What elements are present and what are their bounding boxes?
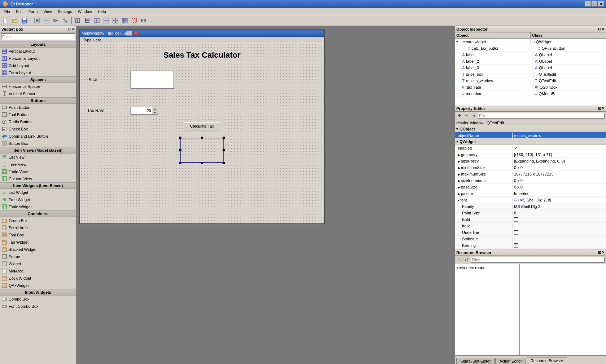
- toolbar-buddies[interactable]: [61, 16, 70, 25]
- minimumsize-expand-icon[interactable]: ▶: [458, 166, 460, 170]
- prop-row-bold[interactable]: Bold: [455, 216, 606, 223]
- handle-bl[interactable]: [179, 162, 181, 164]
- widget-item-horizontal-spacer[interactable]: Horizontal Spacer: [0, 83, 76, 90]
- widget-box-filter-input[interactable]: [1, 34, 75, 40]
- toolbar-layout-form[interactable]: [120, 16, 129, 25]
- widget-item-form-layout[interactable]: Form Layout: [0, 69, 76, 76]
- toolbar-layout-split-h[interactable]: [92, 16, 101, 25]
- widget-item-push-button[interactable]: Push Button: [0, 104, 76, 111]
- toolbar-layout-grid[interactable]: [111, 16, 120, 25]
- widget-item-list-view[interactable]: List View: [0, 154, 76, 161]
- tree-row-centralwidget[interactable]: ▾ □ centralwidget □ QWidget: [455, 39, 606, 45]
- toolbar-break-layout[interactable]: [130, 16, 139, 25]
- prop-row-minimumsize[interactable]: ▶minimumSize 0 x 0: [455, 164, 606, 171]
- widget-item-stacked-widget[interactable]: Stacked Widget: [0, 246, 76, 253]
- maximumsize-expand-icon[interactable]: ▶: [458, 173, 460, 176]
- enabled-checkbox[interactable]: ✓: [514, 146, 518, 150]
- basesize-expand-icon[interactable]: ▶: [458, 186, 460, 189]
- underline-checkbox[interactable]: [514, 230, 518, 235]
- widget-item-list-widget[interactable]: List Widget: [0, 189, 76, 196]
- prop-add-button[interactable]: +: [456, 112, 463, 119]
- kerning-checkbox[interactable]: ✓: [514, 243, 518, 248]
- widget-item-table-view[interactable]: Table View: [0, 168, 76, 175]
- menu-edit[interactable]: Edit: [13, 9, 26, 14]
- resource-reload-button[interactable]: ↺: [464, 257, 470, 263]
- widget-item-check-box[interactable]: Check Box: [0, 125, 76, 133]
- tree-row-label2[interactable]: A label_2 A QLabel: [455, 58, 606, 65]
- resource-browser-float-icon[interactable]: ⊡: [598, 250, 601, 254]
- palette-expand-icon[interactable]: ▶: [458, 192, 460, 196]
- handle-tl[interactable]: [179, 137, 181, 139]
- widget-box-float-icon[interactable]: ⊡: [68, 27, 71, 31]
- font-expand-icon[interactable]: ▾: [458, 199, 460, 202]
- sizeincrement-expand-icon[interactable]: ▶: [458, 179, 460, 183]
- prop-row-maximumsize[interactable]: ▶maximumSize 16777215 x 16777215: [455, 171, 606, 177]
- menu-file[interactable]: File: [1, 9, 13, 14]
- prop-row-kerning[interactable]: Kerning ✓: [455, 242, 606, 249]
- designer-canvas[interactable]: Sales Tax Calculator Price Tax Rate ▲ ▼: [80, 43, 324, 223]
- spinbox-down-button[interactable]: ▼: [152, 111, 158, 115]
- widget-item-font-combo-box[interactable]: F Font Combo Box: [0, 303, 76, 310]
- tree-row-price-box[interactable]: T price_box T QTextEdit: [455, 71, 606, 77]
- designer-close-button[interactable]: ✕: [133, 31, 139, 36]
- menu-settings[interactable]: Settings: [55, 9, 75, 14]
- prop-row-antialiasing[interactable]: Antialiasing PreferDefault: [455, 249, 606, 249]
- toolbar-editlayout[interactable]: [42, 16, 51, 25]
- prop-row-enabled[interactable]: enabled ✓: [455, 145, 606, 151]
- toolbar-layout-v[interactable]: [83, 16, 92, 25]
- tree-row-label3[interactable]: A label_3 A QLabel: [455, 65, 606, 71]
- widget-item-tool-button[interactable]: T Tool Button: [0, 111, 76, 118]
- property-filter-input[interactable]: [478, 113, 605, 119]
- widget-item-vertical-layout[interactable]: Vertical Layout: [0, 48, 76, 55]
- toolbar-layout-split-v[interactable]: [102, 16, 110, 25]
- widget-item-combo-box[interactable]: Combo Box: [0, 296, 76, 303]
- tab-resource-browser[interactable]: Resource Browser: [527, 358, 567, 364]
- prop-row-italic[interactable]: Italic: [455, 223, 606, 229]
- price-input[interactable]: [131, 71, 174, 89]
- widget-item-button-box[interactable]: Button Box: [0, 140, 76, 147]
- resource-browser-close-icon[interactable]: ✕: [602, 250, 605, 254]
- object-inspector-close-icon[interactable]: ✕: [602, 27, 605, 31]
- geometry-expand-icon[interactable]: ▶: [458, 153, 460, 157]
- resource-edit-button[interactable]: ✎: [456, 257, 463, 263]
- widget-item-radio-button[interactable]: Radio Button: [0, 118, 76, 125]
- designer-type-here[interactable]: Type Here: [81, 37, 104, 43]
- object-inspector-float-icon[interactable]: ⊡: [598, 27, 601, 31]
- widget-item-dock-widget[interactable]: Dock Widget: [0, 275, 76, 282]
- widget-item-tree-view[interactable]: Tree View: [0, 161, 76, 168]
- widget-box-close-icon[interactable]: ✕: [72, 27, 75, 31]
- resource-filter-input[interactable]: [471, 257, 605, 263]
- handle-mr[interactable]: [223, 149, 225, 151]
- strikeout-checkbox[interactable]: [514, 237, 518, 241]
- prop-row-underline[interactable]: Underline: [455, 229, 606, 236]
- tree-row-calc-tax-button[interactable]: □ calc_tax_button □ QPushButton: [455, 45, 606, 52]
- toolbar-layout-h[interactable]: [74, 16, 82, 25]
- tree-row-results-window[interactable]: T results_window T QTextEdit: [455, 77, 606, 84]
- sizepolicy-expand-icon[interactable]: ▶: [458, 160, 460, 163]
- widget-item-command-link-button[interactable]: Command Link Button: [0, 133, 76, 140]
- toolbar-signals[interactable]: [52, 16, 60, 25]
- toolbar-new[interactable]: [1, 16, 10, 25]
- widget-item-horizontal-layout[interactable]: Horizontal Layout: [0, 55, 76, 62]
- tab-signal-slot-editor[interactable]: Signal/Slot Editor: [456, 358, 495, 364]
- widget-item-widget[interactable]: Widget: [0, 260, 76, 267]
- prop-row-family[interactable]: Family MS Shell Dlg 2: [455, 203, 606, 210]
- menu-window[interactable]: Window: [75, 9, 95, 14]
- prop-row-sizepolicy[interactable]: ▶sizePolicy [Expanding, Expanding, 0, 0]: [455, 158, 606, 164]
- widget-item-scroll-area[interactable]: Scroll Area: [0, 224, 76, 231]
- widget-item-mdiarea[interactable]: MdiArea: [0, 267, 76, 275]
- maximize-button[interactable]: □: [592, 1, 597, 6]
- toolbar-editwidgets[interactable]: [33, 16, 41, 25]
- widget-item-qaxwidget[interactable]: Q QAxWidget: [0, 282, 76, 289]
- prop-row-strikeout[interactable]: Strikeout: [455, 236, 606, 242]
- prop-edit-button[interactable]: ✎: [471, 112, 477, 119]
- tab-action-editor[interactable]: Action Editor: [495, 358, 526, 364]
- toolbar-save[interactable]: [20, 16, 29, 25]
- results-window-widget[interactable]: [180, 138, 224, 163]
- widget-item-tree-widget[interactable]: Tree Widget: [0, 196, 76, 203]
- toolbar-adjust-size[interactable]: [139, 16, 148, 25]
- minimize-button[interactable]: −: [585, 1, 591, 6]
- widget-item-table-widget[interactable]: Table Widget: [0, 203, 76, 210]
- tree-row-menubar[interactable]: ≡ menubar ≡ QMenuBar: [455, 90, 606, 97]
- calculate-tax-button[interactable]: Calculate Tax: [184, 122, 220, 130]
